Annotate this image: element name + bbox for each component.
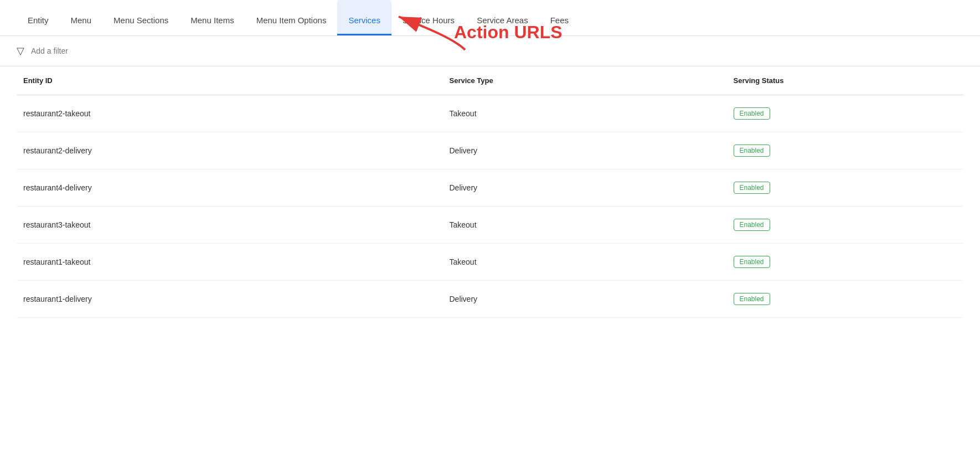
cell-service-type: Delivery <box>443 169 727 207</box>
cell-service-type: Takeout <box>443 244 727 281</box>
table-container: Entity IDService TypeServing Status rest… <box>0 66 980 318</box>
nav-tabs: EntityMenuMenu SectionsMenu ItemsMenu It… <box>0 0 980 36</box>
status-badge: Enabled <box>734 145 770 157</box>
cell-entity-id: restaurant1-delivery <box>17 281 443 318</box>
status-badge: Enabled <box>734 219 770 231</box>
cell-serving-status: Enabled <box>727 132 964 169</box>
cell-serving-status: Enabled <box>727 281 964 318</box>
tab-menu[interactable]: Menu <box>60 0 103 35</box>
status-badge: Enabled <box>734 107 770 120</box>
cell-service-type: Delivery <box>443 132 727 169</box>
tab-menu-sections[interactable]: Menu Sections <box>102 0 179 35</box>
cell-entity-id: restaurant3-takeout <box>17 207 443 244</box>
cell-entity-id: restaurant2-delivery <box>17 132 443 169</box>
status-badge: Enabled <box>734 256 770 268</box>
tab-entity[interactable]: Entity <box>17 0 60 35</box>
table-row[interactable]: restaurant1-takeoutTakeoutEnabled <box>17 244 963 281</box>
cell-serving-status: Enabled <box>727 207 964 244</box>
cell-entity-id: restaurant2-takeout <box>17 95 443 132</box>
status-badge: Enabled <box>734 182 770 194</box>
table-row[interactable]: restaurant2-deliveryDeliveryEnabled <box>17 132 963 169</box>
tab-service-hours[interactable]: Service Hours <box>391 0 466 35</box>
cell-service-type: Takeout <box>443 207 727 244</box>
tab-menu-item-options[interactable]: Menu Item Options <box>245 0 338 35</box>
tab-menu-items[interactable]: Menu Items <box>179 0 245 35</box>
cell-entity-id: restaurant1-takeout <box>17 244 443 281</box>
tab-services[interactable]: Services <box>337 0 391 35</box>
status-badge: Enabled <box>734 293 770 305</box>
table-body: restaurant2-takeoutTakeoutEnabledrestaur… <box>17 95 963 318</box>
tab-fees[interactable]: Fees <box>539 0 580 35</box>
table-row[interactable]: restaurant4-deliveryDeliveryEnabled <box>17 169 963 207</box>
filter-bar[interactable]: ▽ Add a filter <box>0 36 980 66</box>
cell-serving-status: Enabled <box>727 169 964 207</box>
cell-service-type: Delivery <box>443 281 727 318</box>
filter-icon: ▽ <box>17 45 24 57</box>
tab-service-areas[interactable]: Service Areas <box>466 0 539 35</box>
header-row: Entity IDService TypeServing Status <box>17 66 963 95</box>
cell-entity-id: restaurant4-delivery <box>17 169 443 207</box>
cell-serving-status: Enabled <box>727 244 964 281</box>
page-wrapper: EntityMenuMenu SectionsMenu ItemsMenu It… <box>0 0 980 464</box>
table-row[interactable]: restaurant2-takeoutTakeoutEnabled <box>17 95 963 132</box>
nav-wrapper: EntityMenuMenu SectionsMenu ItemsMenu It… <box>0 0 980 36</box>
col-header-serving-status: Serving Status <box>727 66 964 95</box>
table-row[interactable]: restaurant1-deliveryDeliveryEnabled <box>17 281 963 318</box>
cell-service-type: Takeout <box>443 95 727 132</box>
services-table: Entity IDService TypeServing Status rest… <box>17 66 963 318</box>
cell-serving-status: Enabled <box>727 95 964 132</box>
table-header: Entity IDService TypeServing Status <box>17 66 963 95</box>
col-header-entity-id: Entity ID <box>17 66 443 95</box>
col-header-service-type: Service Type <box>443 66 727 95</box>
table-row[interactable]: restaurant3-takeoutTakeoutEnabled <box>17 207 963 244</box>
filter-placeholder: Add a filter <box>31 47 68 55</box>
